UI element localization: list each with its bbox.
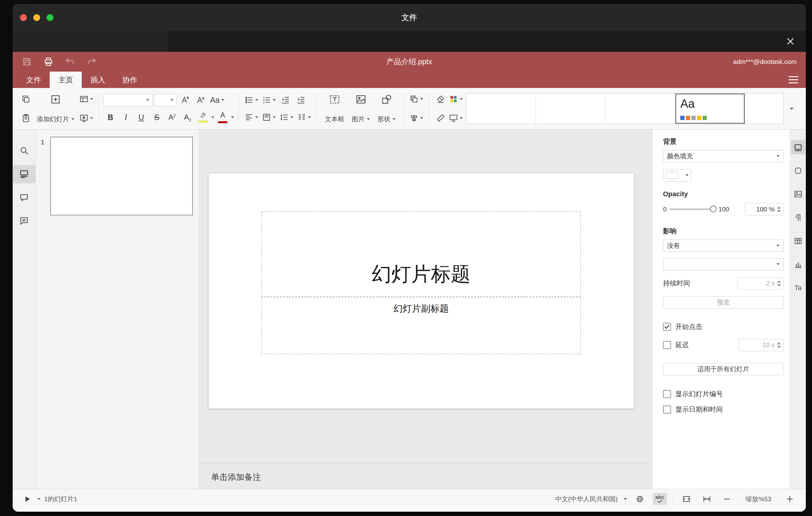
language-selector[interactable]: 中文(中华人民共和国) xyxy=(555,495,618,503)
chevron-down-icon[interactable] xyxy=(211,116,214,118)
decrease-font-size-button[interactable] xyxy=(194,93,208,107)
arrange-shapes-button[interactable] xyxy=(408,92,425,106)
font-size-combo[interactable] xyxy=(154,94,177,106)
font-name-combo[interactable] xyxy=(103,94,153,106)
delay-checkbox[interactable]: 延迟 xyxy=(663,340,689,350)
slides-panel-icon[interactable] xyxy=(13,165,36,183)
title-placeholder[interactable]: 幻灯片标题 xyxy=(261,211,581,297)
effect-type-select[interactable] xyxy=(663,258,784,270)
spinner-arrows[interactable] xyxy=(777,281,781,286)
tab-insert[interactable]: 插入 xyxy=(82,71,114,88)
fill-color-picker[interactable] xyxy=(663,169,691,181)
tab-home[interactable]: 主页 xyxy=(50,71,82,88)
insert-text-box-button[interactable]: 文本框 xyxy=(321,92,348,125)
theme-thumbnail-5[interactable] xyxy=(745,93,783,124)
decrease-indent-button[interactable] xyxy=(278,93,292,107)
subtitle-placeholder[interactable]: 幻灯片副标题 xyxy=(261,297,581,354)
vertical-align-button[interactable] xyxy=(261,110,277,124)
italic-button[interactable]: I xyxy=(119,110,133,124)
insert-shape-button[interactable]: 形状 xyxy=(374,92,399,125)
theme-gallery-expand-button[interactable] xyxy=(784,93,800,124)
underline-button[interactable]: U xyxy=(134,110,148,124)
table-settings-icon[interactable] xyxy=(791,234,805,248)
paste-icon[interactable] xyxy=(19,111,33,125)
delay-spinner[interactable]: 10 s xyxy=(738,339,784,351)
effect-select[interactable]: 没有 xyxy=(663,239,784,252)
fit-to-slide-icon[interactable] xyxy=(679,492,694,506)
spinner-arrows[interactable] xyxy=(777,206,781,212)
zoom-in-icon[interactable] xyxy=(783,493,796,505)
spinner-arrows[interactable] xyxy=(777,342,781,348)
line-spacing-button[interactable] xyxy=(278,110,295,124)
duration-spinner[interactable]: 2 s xyxy=(737,277,784,289)
image-settings-icon[interactable] xyxy=(791,187,805,201)
print-icon[interactable] xyxy=(44,57,53,67)
preview-button[interactable]: 预览 xyxy=(663,296,784,309)
bold-button[interactable]: B xyxy=(103,110,118,124)
notes-divider[interactable] xyxy=(199,463,652,464)
tab-collaboration[interactable]: 协作 xyxy=(114,71,146,88)
redo-icon[interactable] xyxy=(87,57,96,67)
background-fill-select[interactable]: 颜色填充 xyxy=(663,150,784,162)
start-preview-icon[interactable] xyxy=(21,493,34,505)
show-date-time-checkbox[interactable]: 显示日期和时间 xyxy=(663,405,784,414)
search-icon[interactable] xyxy=(13,139,36,162)
fit-to-width-icon[interactable] xyxy=(700,492,714,506)
horizontal-align-button[interactable] xyxy=(243,110,259,124)
comments-icon[interactable] xyxy=(13,186,36,209)
theme-thumbnail-3[interactable] xyxy=(606,93,675,124)
change-case-button[interactable]: Aa xyxy=(209,93,226,107)
chevron-down-icon[interactable] xyxy=(231,116,234,118)
opacity-slider[interactable] xyxy=(670,209,716,210)
start-slideshow-button[interactable] xyxy=(78,111,94,125)
show-slide-number-checkbox[interactable]: 显示幻灯片编号 xyxy=(663,390,784,399)
zoom-out-icon[interactable] xyxy=(720,493,734,505)
slide-settings-icon[interactable] xyxy=(791,140,805,154)
insert-image-button[interactable]: 图片 xyxy=(348,92,374,125)
increase-font-size-button[interactable] xyxy=(178,93,192,107)
chevron-down-icon[interactable] xyxy=(624,498,627,500)
start-on-click-checkbox[interactable]: 开始点击 xyxy=(663,322,784,332)
document-language-icon[interactable] xyxy=(633,493,647,505)
slide-size-button[interactable] xyxy=(448,111,464,125)
slide-thumbnail-selected[interactable] xyxy=(50,137,193,216)
close-icon[interactable] xyxy=(784,35,796,48)
theme-thumbnail-2[interactable] xyxy=(536,93,606,124)
copy-style-icon[interactable] xyxy=(433,111,448,125)
strikethrough-button[interactable]: S xyxy=(150,110,164,124)
theme-thumbnail-4-selected[interactable]: Aa xyxy=(675,93,745,124)
numbered-list-button[interactable] xyxy=(261,93,277,107)
save-icon[interactable] xyxy=(22,57,32,67)
opacity-value-spinner[interactable]: 100 % xyxy=(745,203,784,216)
document-title: 产品介绍.pptx xyxy=(13,57,806,67)
notes-placeholder[interactable]: 单击添加备注 xyxy=(211,471,261,483)
menu-icon[interactable] xyxy=(786,75,801,85)
slide-layout-button[interactable] xyxy=(78,92,94,106)
slider-knob[interactable] xyxy=(710,205,717,212)
apply-to-all-slides-button[interactable]: 适用于所有幻灯片 xyxy=(663,363,784,375)
shape-settings-icon[interactable] xyxy=(791,164,805,178)
increase-indent-button[interactable] xyxy=(294,93,308,107)
zoom-level[interactable]: 缩放%53 xyxy=(740,495,777,503)
chevron-down-icon[interactable] xyxy=(37,498,40,500)
font-color-button[interactable]: A xyxy=(216,110,230,124)
chat-feedback-icon[interactable] xyxy=(13,209,36,233)
undo-icon[interactable] xyxy=(65,57,75,67)
tab-file[interactable]: 文件 xyxy=(18,71,50,88)
chart-settings-icon[interactable] xyxy=(791,257,805,271)
clear-style-icon[interactable] xyxy=(433,92,448,106)
spell-check-icon[interactable]: abc xyxy=(653,493,667,505)
paragraph-settings-icon[interactable] xyxy=(791,210,805,225)
color-scheme-button[interactable] xyxy=(448,92,464,106)
add-slide-button[interactable]: 添加幻灯片 xyxy=(33,92,78,125)
copy-icon[interactable] xyxy=(19,92,33,106)
slide-page[interactable]: 幻灯片标题 幻灯片副标题 xyxy=(208,173,634,409)
align-shapes-button[interactable] xyxy=(408,111,425,125)
subscript-button[interactable]: A2 xyxy=(180,110,195,124)
bullet-list-button[interactable] xyxy=(243,93,259,107)
highlight-color-button[interactable] xyxy=(196,110,210,124)
theme-thumbnail-1[interactable] xyxy=(466,93,536,124)
text-art-settings-icon[interactable]: Ta xyxy=(791,281,805,295)
superscript-button[interactable]: A2 xyxy=(165,110,179,124)
columns-button[interactable] xyxy=(296,110,312,124)
